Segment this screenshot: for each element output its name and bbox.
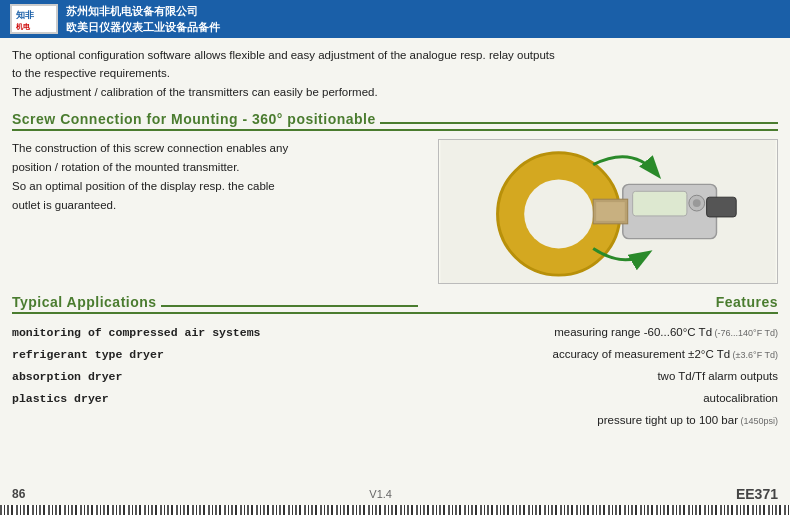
footer-text-bar: 86 V1.4 EE371: [0, 483, 790, 505]
intro-line2: to the respective requirements.: [12, 64, 778, 82]
barcode-strip: [0, 505, 790, 515]
svg-text:机电: 机电: [15, 22, 31, 30]
svg-point-9: [693, 199, 701, 207]
list-item: refrigerant type dryer: [12, 344, 418, 366]
list-item: plastics dryer: [12, 388, 418, 410]
typical-apps-heading: Typical Applications: [12, 294, 418, 314]
screw-section-heading: Screw Connection for Mounting - 360° pos…: [12, 111, 778, 131]
main-content: The optional configuration software allo…: [0, 38, 790, 431]
list-item: pressure tight up to 100 bar (1450psi): [418, 410, 778, 432]
svg-rect-7: [633, 191, 687, 216]
page-number: 86: [12, 487, 25, 501]
version-number: V1.4: [369, 488, 392, 500]
bottom-section: Typical Applications monitoring of compr…: [12, 294, 778, 431]
screw-connection-section: The construction of this screw connectio…: [12, 139, 778, 284]
screw-description: The construction of this screw connectio…: [12, 139, 428, 284]
svg-point-5: [524, 180, 593, 249]
features-section: Features measuring range -60...60°C Td (…: [418, 294, 778, 431]
svg-text:知非: 知非: [15, 10, 35, 20]
list-item: absorption dryer: [12, 366, 418, 388]
list-item: two Td/Tf alarm outputs: [418, 366, 778, 388]
header: 知非 机电 苏州知非机电设备有限公司 欧美日仪器仪表工业设备品备件: [0, 0, 790, 38]
list-item: measuring range -60...60°C Td (-76...140…: [418, 322, 778, 344]
company-line2: 欧美日仪器仪表工业设备品备件: [66, 19, 220, 36]
company-logo: 知非 机电: [10, 4, 58, 34]
features-heading: Features: [418, 294, 778, 314]
intro-line1: The optional configuration software allo…: [12, 46, 778, 64]
sensor-image: [438, 139, 778, 284]
list-item: accuracy of measurement ±2°C Td (±3.6°F …: [418, 344, 778, 366]
intro-line3: The adjustment / calibration of the tran…: [12, 83, 778, 101]
svg-rect-12: [596, 202, 625, 221]
company-line1: 苏州知非机电设备有限公司: [66, 3, 220, 20]
svg-rect-10: [707, 197, 737, 217]
list-item: autocalibration: [418, 388, 778, 410]
features-list: measuring range -60...60°C Td (-76...140…: [418, 322, 778, 431]
company-names: 苏州知非机电设备有限公司 欧美日仪器仪表工业设备品备件: [66, 3, 220, 36]
heading-line-decoration2: [161, 305, 418, 307]
intro-text: The optional configuration software allo…: [12, 46, 778, 101]
heading-line-decoration: [380, 122, 778, 124]
typical-applications: Typical Applications monitoring of compr…: [12, 294, 418, 431]
list-item: monitoring of compressed air systems: [12, 322, 418, 344]
applications-list: monitoring of compressed air systems ref…: [12, 322, 418, 409]
model-number: EE371: [736, 486, 778, 502]
footer: 86 V1.4 EE371: [0, 483, 790, 515]
